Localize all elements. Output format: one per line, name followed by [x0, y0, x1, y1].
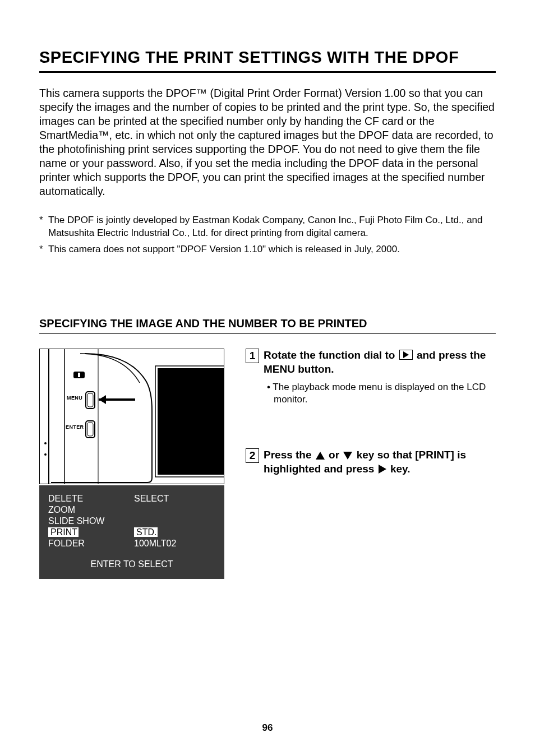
lcd-cell-right [132, 516, 218, 527]
lcd-cell-right: SELECT [132, 493, 218, 504]
step-1: 1 Rotate the function dial to and press … [246, 349, 496, 406]
svg-rect-6 [78, 373, 80, 377]
lcd-row: DELETE SELECT [46, 493, 218, 504]
enter-button-label: ENTER [66, 424, 84, 430]
lcd-cell-right [132, 504, 218, 516]
step-2-mid1: or [326, 449, 343, 461]
up-arrow-icon [316, 452, 325, 460]
svg-marker-14 [99, 395, 106, 404]
asterisk-icon: * [39, 214, 48, 240]
svg-rect-7 [86, 392, 95, 409]
lcd-row: SLIDE SHOW [46, 516, 218, 527]
step-1-pre: Rotate the function dial to [264, 349, 398, 361]
svg-point-12 [44, 453, 47, 456]
lcd-cell-left: FOLDER [46, 538, 132, 549]
lcd-cell-left: DELETE [46, 493, 132, 504]
lcd-cell-left-highlighted: PRINT [48, 527, 79, 537]
step-1-note: • The playback mode menu is displayed on… [264, 381, 496, 406]
footnote-2: * This camera does not support "DPOF Ver… [39, 243, 496, 256]
svg-rect-0 [158, 368, 224, 475]
lcd-cell-right-highlighted: STD. [134, 527, 158, 537]
lcd-cell-right: 100MLT02 [132, 538, 218, 549]
page-title: SPECIFYING THE PRINT SETTINGS WITH THE D… [39, 48, 496, 67]
lcd-row-highlighted: PRINT STD. [46, 527, 218, 538]
step-2-post: key. [388, 463, 411, 475]
footnote-1: * The DPOF is jointly developed by Eastm… [39, 214, 496, 240]
lcd-enter-line: ENTER TO SELECT [46, 549, 218, 570]
subtitle-rule [39, 333, 496, 334]
menu-button-label: MENU [67, 395, 82, 401]
step-2-pre: Press the [264, 449, 315, 461]
footnote-1-text: The DPOF is jointly developed by Eastman… [48, 214, 496, 240]
step-2-text: Press the or key so that [PRINT] is high… [264, 448, 496, 476]
step-2: 2 Press the or key so that [PRINT] is hi… [246, 448, 496, 476]
step-2-number: 2 [246, 448, 259, 463]
lcd-cell-left: SLIDE SHOW [46, 516, 132, 527]
section-subtitle: SPECIFYING THE IMAGE AND THE NUMBER TO B… [39, 317, 496, 330]
lcd-cell-left: ZOOM [46, 504, 132, 516]
right-arrow-icon [379, 465, 386, 474]
svg-point-11 [44, 442, 47, 444]
step-1-number: 1 [246, 349, 259, 363]
page-number: 96 [0, 722, 535, 734]
svg-rect-10 [87, 423, 93, 436]
footnote-2-text: This camera does not support "DPOF Versi… [48, 243, 496, 256]
lcd-row: FOLDER 100MLT02 [46, 538, 218, 549]
camera-diagram: MENU ENTER [39, 349, 224, 484]
svg-rect-9 [86, 421, 95, 438]
asterisk-icon: * [39, 243, 48, 256]
step-1-text: Rotate the function dial to and press th… [264, 349, 496, 406]
svg-rect-8 [87, 393, 93, 407]
lcd-menu: DELETE SELECT ZOOM SLIDE SHOW PRINT STD. [39, 485, 224, 579]
intro-paragraph: This camera supports the DPOF™ (Digital … [39, 86, 496, 198]
playback-icon [399, 350, 413, 360]
title-rule [39, 71, 496, 73]
lcd-row: ZOOM [46, 504, 218, 516]
down-arrow-icon [343, 452, 352, 460]
